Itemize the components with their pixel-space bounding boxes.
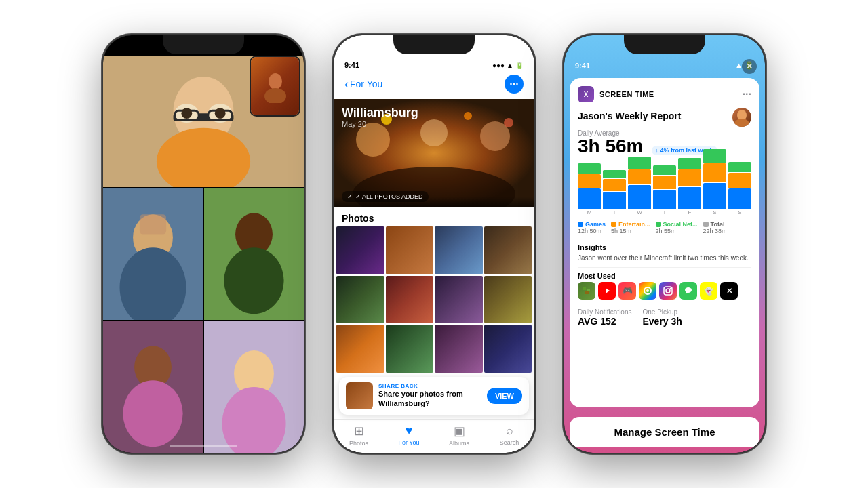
tab-albums[interactable]: ▣ Albums xyxy=(434,424,484,447)
svg-point-41 xyxy=(646,289,649,292)
bar-ent-S2 xyxy=(728,173,751,188)
bar-games-T1 xyxy=(603,192,626,209)
photo-thumb-12[interactable] xyxy=(484,325,532,373)
share-label: SHARE BACK xyxy=(378,383,481,389)
pickup-value: Every 3h xyxy=(642,316,682,327)
photo-thumb-7[interactable] xyxy=(435,276,483,324)
svg-point-27 xyxy=(420,119,448,146)
home-bar-3 xyxy=(631,445,698,447)
tab-photos[interactable]: ⊞ Photos xyxy=(334,424,384,447)
home-bar-1 xyxy=(170,445,237,447)
photo-thumb-3[interactable] xyxy=(435,226,483,274)
chart-day-F: F xyxy=(678,158,701,216)
tab-for-you[interactable]: ♥ For You xyxy=(384,424,434,447)
photo-thumb-9[interactable] xyxy=(336,325,384,373)
tab-search[interactable]: ⌕ Search xyxy=(484,424,534,447)
app-snapchat[interactable]: 👻 xyxy=(700,282,717,300)
legend-social: Social Net... 2h 55m xyxy=(656,221,698,235)
svg-point-34 xyxy=(734,119,749,127)
bar-games-S1 xyxy=(703,183,726,209)
tab-for-you-icon: ♥ xyxy=(406,424,413,438)
app-youtube[interactable] xyxy=(598,282,616,300)
legend-label-ent: Entertain... xyxy=(618,221,650,228)
facetime-screen xyxy=(103,35,304,453)
hero-overlay: ✓ ✓ ALL PHOTOS ADDED xyxy=(334,197,534,207)
divider-1 xyxy=(578,239,751,239)
photo-thumb-4[interactable] xyxy=(484,226,532,274)
tab-search-label: Search xyxy=(500,439,519,446)
photo-thumb-6[interactable] xyxy=(386,276,434,324)
legend-dot-total xyxy=(703,222,709,227)
svg-point-11 xyxy=(215,108,226,119)
photos-screen: 9:41 ●●● ▲ 🔋 ‹ For You ··· xyxy=(334,35,534,453)
legend-label-social: Social Net... xyxy=(663,221,698,228)
st-card-header: X SCREEN TIME ··· xyxy=(578,86,751,102)
app-games[interactable]: 🎮 xyxy=(618,282,636,300)
back-chevron: ‹ xyxy=(344,77,349,92)
photo-thumb-1[interactable] xyxy=(336,226,384,274)
hero-location: Williamsburg xyxy=(342,106,418,120)
facetime-participant-3 xyxy=(204,188,304,320)
chart-legend: Games 12h 50m Entertain... 5h 15m xyxy=(578,221,751,235)
svg-point-10 xyxy=(181,108,192,119)
all-photos-badge: ✓ ✓ ALL PHOTOS ADDED xyxy=(342,191,429,202)
more-button[interactable]: ··· xyxy=(505,75,524,94)
manage-screen-time-button[interactable]: Manage Screen Time xyxy=(570,417,760,447)
app-instagram[interactable] xyxy=(659,282,677,300)
phone-photos: 9:41 ●●● ▲ 🔋 ‹ For You ··· xyxy=(332,34,536,454)
photo-thumb-2[interactable] xyxy=(386,226,434,274)
facetime-participant-5 xyxy=(204,321,304,453)
svg-rect-36 xyxy=(583,287,586,290)
phone-facetime xyxy=(102,34,305,454)
chart-day-M: M xyxy=(578,163,601,216)
user-avatar xyxy=(732,108,751,127)
bar-social-F xyxy=(678,158,701,169)
app-messages[interactable] xyxy=(679,282,697,300)
app-minecraft[interactable] xyxy=(578,282,595,300)
tab-search-icon: ⌕ xyxy=(506,424,513,438)
bar-social-S1 xyxy=(703,149,726,163)
bar-social-S2 xyxy=(728,162,751,172)
app-photos2[interactable] xyxy=(639,282,656,300)
bar-ent-T1 xyxy=(603,179,626,191)
back-button[interactable]: ‹ For You xyxy=(344,77,382,92)
photo-thumb-5[interactable] xyxy=(336,276,384,324)
svg-point-31 xyxy=(464,112,472,120)
photo-thumb-10[interactable] xyxy=(386,325,434,373)
share-view-button[interactable]: VIEW xyxy=(487,388,522,404)
home-bar-2 xyxy=(400,445,468,447)
status-icons: ●●● ▲ 🔋 xyxy=(492,62,524,69)
bar-ent-S1 xyxy=(703,163,726,182)
bar-social-T1 xyxy=(603,170,626,178)
svg-point-0 xyxy=(269,73,282,89)
daily-time: 3h 56m xyxy=(578,137,644,156)
app-twitter[interactable]: ✕ xyxy=(720,282,738,300)
tab-photos-label: Photos xyxy=(349,440,368,447)
legend-val-games: 12h 50m xyxy=(578,228,601,235)
legend-dot-games xyxy=(578,222,583,227)
facetime-self-view xyxy=(250,56,300,117)
legend-entertainment: Entertain... 5h 15m xyxy=(611,221,650,235)
close-button[interactable]: ✕ xyxy=(742,59,757,74)
more-icon: ··· xyxy=(509,78,518,90)
st-time: 9:41 xyxy=(575,62,590,70)
notifications-value: AVG 152 xyxy=(578,316,631,327)
app-icons-row: 🎮 xyxy=(578,282,751,300)
share-back-card[interactable]: SHARE BACK Share your photos from Willia… xyxy=(339,377,529,415)
legend-games: Games 12h 50m xyxy=(578,221,606,235)
screentime-card: X SCREEN TIME ··· Jason's Weekly Report xyxy=(570,78,760,407)
share-title: Share your photos from Williamsburg? xyxy=(378,389,481,409)
photos-nav: ‹ For You ··· xyxy=(334,72,534,99)
svg-point-21 xyxy=(123,380,182,447)
back-label: For You xyxy=(350,79,382,89)
st-title: SCREEN TIME xyxy=(599,90,654,98)
legend-label-total: Total xyxy=(711,221,725,228)
photo-thumb-8[interactable] xyxy=(484,276,532,324)
notifications-stat: Daily Notifications AVG 152 xyxy=(578,308,631,327)
st-more-dots[interactable]: ··· xyxy=(743,88,751,100)
report-title: Jason's Weekly Report xyxy=(578,110,681,121)
svg-point-1 xyxy=(264,88,286,103)
photo-thumb-11[interactable] xyxy=(435,325,483,373)
svg-point-45 xyxy=(685,287,692,293)
tab-photos-icon: ⊞ xyxy=(354,424,364,439)
